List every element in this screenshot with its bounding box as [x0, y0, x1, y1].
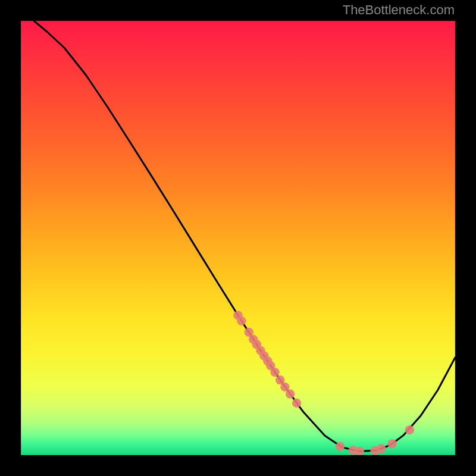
- attribution-text: TheBottleneck.com: [343, 2, 455, 18]
- plot-border: [21, 21, 455, 455]
- svg-rect-22: [21, 21, 455, 455]
- plot-area: [21, 21, 455, 455]
- chart-container: TheBottleneck.com: [0, 0, 476, 476]
